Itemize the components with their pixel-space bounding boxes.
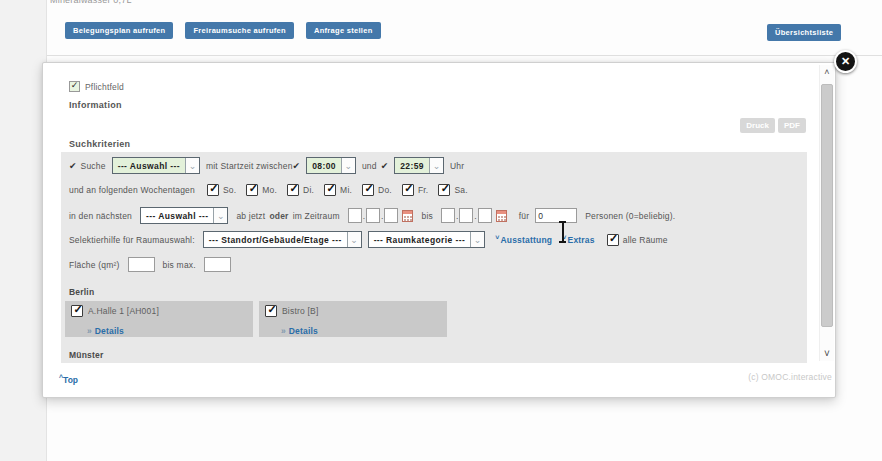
sunday-label: So. <box>223 185 236 195</box>
required-checkbox-icon: ✓ <box>69 81 80 92</box>
checkbox-wednesday[interactable]: ✓ <box>324 184 336 196</box>
required-check-icon: ✔ <box>69 161 77 171</box>
room-card-bistro: ✓ Bistro [B] »Details <box>259 301 447 337</box>
friday-label: Fr. <box>418 185 429 195</box>
start-day-input[interactable] <box>348 208 362 223</box>
chevron-down-icon: ⌄ <box>213 208 227 223</box>
belegungsplan-button[interactable]: Belegungsplan aufrufen <box>65 22 173 39</box>
saturday-label: Sa. <box>454 185 467 195</box>
required-field-legend: ✓ Pflichtfeld <box>69 81 124 92</box>
expand-icon: ˅ <box>495 234 499 241</box>
chevron-down-icon: ⌄ <box>347 232 361 247</box>
checkbox-monday[interactable]: ✓ <box>246 184 258 196</box>
area-label: Fläche (qm²) <box>69 260 120 270</box>
and-label: und <box>362 161 377 171</box>
period-label: in den nächsten <box>69 211 132 221</box>
start-year-input[interactable] <box>384 208 398 223</box>
details-link[interactable]: Details <box>95 326 124 336</box>
persons-input[interactable] <box>535 208 577 223</box>
required-check-icon: ✔ <box>381 161 389 171</box>
calendar-icon[interactable] <box>402 210 413 222</box>
end-time-select[interactable]: 22:59 ⌄ <box>394 157 444 174</box>
room-checkbox[interactable]: ✓ <box>71 305 83 317</box>
scroll-up-icon[interactable]: ˄ <box>820 67 834 77</box>
area-row: Fläche (qm²) bis max. <box>69 255 803 274</box>
thursday-label: Do. <box>378 185 392 195</box>
end-year-input[interactable] <box>478 208 492 223</box>
room-card-ahalle1: ✓ A.Halle 1 [AH001] »Details <box>65 301 253 337</box>
page-divider <box>47 55 882 56</box>
area-max-label: bis max. <box>163 260 196 270</box>
checkbox-friday[interactable]: ✓ <box>402 184 414 196</box>
back-to-top-link[interactable]: ^Top <box>59 374 78 385</box>
room-category-select[interactable]: --- Raumkategorie --- ⌄ <box>368 231 486 248</box>
room-selection-row: Selektierhilfe für Raumauswahl: --- Stan… <box>69 230 803 249</box>
extras-link[interactable]: ˅Extras <box>562 235 595 245</box>
chevron-down-icon: ⌄ <box>429 158 443 173</box>
information-heading: Information <box>69 100 122 110</box>
location-select[interactable]: --- Standort/Gebäude/Etage --- ⌄ <box>203 231 362 248</box>
details-arrow-icon: » <box>281 326 286 336</box>
page-left-margin <box>0 0 47 461</box>
chevron-down-icon: ⌄ <box>185 158 199 173</box>
calendar-icon[interactable] <box>496 210 507 222</box>
anfrage-stellen-button[interactable]: Anfrage stellen <box>306 22 381 39</box>
start-time-select[interactable]: 08:00 ⌄ <box>306 157 356 174</box>
freiraumsuche-button[interactable]: Freiraumsuche aufrufen <box>185 22 293 39</box>
selection-helper-label: Selektierhilfe für Raumauswahl: <box>69 235 195 245</box>
scrollbar-thumb[interactable] <box>821 84 833 327</box>
required-check-icon: ✔ <box>293 161 301 171</box>
search-criteria-panel: ✔ Suche --- Auswahl --- ⌄ mit Startzeit … <box>61 152 807 363</box>
period-row: in den nächsten --- Auswahl --- ⌄ ab jet… <box>69 206 803 225</box>
from-now-label: ab jetzt <box>236 211 265 221</box>
all-rooms-checkbox[interactable]: ✓ <box>607 234 619 246</box>
or-label: oder <box>269 211 288 221</box>
tuesday-label: Di. <box>303 185 314 195</box>
end-day-input[interactable] <box>441 208 455 223</box>
text-cursor-icon <box>558 221 567 243</box>
checkbox-thursday[interactable]: ✓ <box>362 184 374 196</box>
weekday-label: und an folgenden Wochentagen <box>69 185 195 195</box>
chevron-down-icon: ⌄ <box>341 158 355 173</box>
details-link[interactable]: Details <box>289 326 318 336</box>
print-button[interactable]: Druck <box>740 118 775 133</box>
area-max-input[interactable] <box>204 257 231 272</box>
room-card-list: ✓ A.Halle 1 [AH001] »Details ✓ Bistro [B… <box>65 301 447 337</box>
in-period-label: im Zeitraum <box>293 211 340 221</box>
until-label: bis <box>421 211 432 221</box>
action-toolbar: Belegungsplan aufrufen Freiraumsuche auf… <box>65 22 381 39</box>
checkbox-saturday[interactable]: ✓ <box>438 184 450 196</box>
dialog-scrollbar: ˄ ˅ <box>819 65 834 361</box>
chevron-down-icon: ⌄ <box>470 232 484 247</box>
search-criteria-heading: Suchkriterien <box>69 139 130 149</box>
details-arrow-icon: » <box>87 326 92 336</box>
scroll-down-icon[interactable]: ˅ <box>820 349 834 359</box>
room-checkbox[interactable]: ✓ <box>265 305 277 317</box>
location-muenster-heading: Münster <box>69 350 103 360</box>
uhr-label: Uhr <box>450 161 464 171</box>
required-field-label: Pflichtfeld <box>85 82 124 92</box>
location-berlin-heading: Berlin <box>69 287 94 297</box>
uebersichtsliste-button[interactable]: Übersichtsliste <box>767 24 841 41</box>
checkbox-tuesday[interactable]: ✓ <box>287 184 299 196</box>
ausstattung-link[interactable]: ˅Ausstattung <box>495 235 552 245</box>
period-select[interactable]: --- Auswahl --- ⌄ <box>140 207 228 224</box>
end-month-input[interactable] <box>459 208 473 223</box>
search-dialog: ✕ ˄ ˅ ✓ Pflichtfeld Information Druck PD… <box>42 62 836 398</box>
pdf-button[interactable]: PDF <box>778 118 806 133</box>
start-month-input[interactable] <box>366 208 380 223</box>
search-row: ✔ Suche --- Auswahl --- ⌄ mit Startzeit … <box>69 156 803 175</box>
for-label: für <box>519 211 530 221</box>
search-label: Suche <box>81 161 106 171</box>
copyright-text: (c) OMOC.interactive <box>748 372 832 382</box>
area-min-input[interactable] <box>128 257 155 272</box>
search-type-select[interactable]: --- Auswahl --- ⌄ <box>112 157 200 174</box>
monday-label: Mo. <box>262 185 277 195</box>
close-icon[interactable]: ✕ <box>834 50 857 73</box>
wednesday-label: Mi. <box>340 185 352 195</box>
all-rooms-label: alle Räume <box>623 235 668 245</box>
checkbox-sunday[interactable]: ✓ <box>207 184 219 196</box>
background-page-text: Mineralwasser 0,7L <box>50 0 132 5</box>
room-label: Bistro [B] <box>282 306 318 316</box>
print-button-group: Druck PDF <box>740 118 806 133</box>
